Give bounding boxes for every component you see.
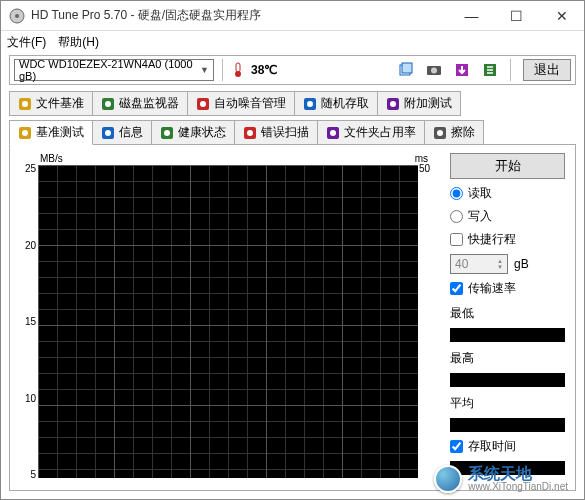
minimize-button[interactable]: — xyxy=(449,1,494,30)
tab-label: 附加测试 xyxy=(404,95,452,112)
svg-point-21 xyxy=(22,130,28,136)
tab-top-1[interactable]: 磁盘监视器 xyxy=(92,91,188,116)
tab-label: 自动噪音管理 xyxy=(214,95,286,112)
tab-bottom-1[interactable]: 信息 xyxy=(92,120,152,145)
close-button[interactable]: ✕ xyxy=(539,1,584,30)
mode-write-radio[interactable]: 写入 xyxy=(450,208,565,225)
access-time-check[interactable]: 存取时间 xyxy=(450,438,565,455)
shortstroke-value-input[interactable]: 40 ▲▼ xyxy=(450,254,508,274)
stat-min-label: 最低 xyxy=(450,305,565,322)
side-panel: 开始 读取 写入 快捷行程 40 ▲▼ gB xyxy=(440,145,575,490)
thermometer-icon xyxy=(231,62,247,78)
tab-top-4[interactable]: 附加测试 xyxy=(377,91,461,116)
start-button[interactable]: 开始 xyxy=(450,153,565,179)
tab-bottom-2[interactable]: 健康状态 xyxy=(151,120,235,145)
tab-bottom-4[interactable]: 文件夹占用率 xyxy=(317,120,425,145)
access-time-label: 存取时间 xyxy=(468,438,516,455)
tabs-row-top: 文件基准磁盘监视器自动噪音管理随机存取附加测试 xyxy=(1,87,584,116)
chart-left-ticks: 252015105 xyxy=(14,163,36,480)
transfer-rate-input[interactable] xyxy=(450,282,463,295)
svg-point-29 xyxy=(330,130,336,136)
tab-icon xyxy=(386,97,400,111)
chart-left-tick: 20 xyxy=(25,240,36,251)
menu-help[interactable]: 帮助(H) xyxy=(58,34,99,51)
tab-icon xyxy=(196,97,210,111)
svg-point-31 xyxy=(437,130,443,136)
tab-icon xyxy=(160,126,174,140)
tab-label: 基准测试 xyxy=(36,124,84,141)
chart-right-tick: 50 xyxy=(419,163,437,174)
stat-max-value xyxy=(450,373,565,387)
shortstroke-value: 40 xyxy=(455,257,468,271)
chart-left-tick: 25 xyxy=(25,163,36,174)
maximize-button[interactable]: ☐ xyxy=(494,1,539,30)
access-time-value xyxy=(450,461,565,475)
chart-right-ticks: 50 xyxy=(419,163,437,480)
app-window: HD Tune Pro 5.70 - 硬盘/固态硬盘实用程序 — ☐ ✕ 文件(… xyxy=(0,0,585,500)
separator xyxy=(510,59,511,81)
tab-top-0[interactable]: 文件基准 xyxy=(9,91,93,116)
transfer-rate-check[interactable]: 传输速率 xyxy=(450,280,565,297)
shortstroke-input[interactable] xyxy=(450,233,463,246)
tab-label: 信息 xyxy=(119,124,143,141)
shortstroke-label: 快捷行程 xyxy=(468,231,516,248)
mode-write-label: 写入 xyxy=(468,208,492,225)
tab-icon xyxy=(243,126,257,140)
chart-left-tick: 15 xyxy=(25,316,36,327)
chart-left-tick: 10 xyxy=(25,393,36,404)
tab-icon xyxy=(18,97,32,111)
save-button[interactable] xyxy=(450,58,474,82)
temperature-value: 38℃ xyxy=(251,63,277,77)
screenshot-button[interactable] xyxy=(422,58,446,82)
svg-point-7 xyxy=(431,68,437,74)
tab-bottom-5[interactable]: 擦除 xyxy=(424,120,484,145)
tab-top-2[interactable]: 自动噪音管理 xyxy=(187,91,295,116)
window-title: HD Tune Pro 5.70 - 硬盘/固态硬盘实用程序 xyxy=(31,7,449,24)
tab-label: 错误扫描 xyxy=(261,124,309,141)
titlebar: HD Tune Pro 5.70 - 硬盘/固态硬盘实用程序 — ☐ ✕ xyxy=(1,1,584,31)
copy-info-button[interactable] xyxy=(394,58,418,82)
svg-point-17 xyxy=(307,101,313,107)
tab-top-3[interactable]: 随机存取 xyxy=(294,91,378,116)
tab-icon xyxy=(101,97,115,111)
svg-point-11 xyxy=(22,101,28,107)
svg-rect-2 xyxy=(236,63,240,72)
tab-label: 磁盘监视器 xyxy=(119,95,179,112)
svg-point-25 xyxy=(164,130,170,136)
tab-label: 文件基准 xyxy=(36,95,84,112)
drive-selector[interactable]: WDC WD10EZEX-21WN4A0 (1000 gB) ▼ xyxy=(14,59,214,81)
tab-label: 文件夹占用率 xyxy=(344,124,416,141)
exit-button[interactable]: 退出 xyxy=(523,59,571,81)
svg-point-15 xyxy=(200,101,206,107)
stat-min-value xyxy=(450,328,565,342)
settings-button[interactable] xyxy=(478,58,502,82)
stat-avg-label: 平均 xyxy=(450,395,565,412)
svg-point-1 xyxy=(15,14,19,18)
shortstroke-unit: gB xyxy=(514,257,529,271)
tab-icon xyxy=(18,126,32,140)
svg-point-27 xyxy=(247,130,253,136)
mode-read-label: 读取 xyxy=(468,185,492,202)
tab-label: 健康状态 xyxy=(178,124,226,141)
tab-bottom-3[interactable]: 错误扫描 xyxy=(234,120,318,145)
mode-read-radio[interactable]: 读取 xyxy=(450,185,565,202)
stat-avg-value xyxy=(450,418,565,432)
svg-point-23 xyxy=(105,130,111,136)
menubar: 文件(F) 帮助(H) xyxy=(1,31,584,53)
mode-read-input[interactable] xyxy=(450,187,463,200)
tab-bottom-0[interactable]: 基准测试 xyxy=(9,120,93,145)
spinner-icon: ▲▼ xyxy=(497,258,503,270)
access-time-input[interactable] xyxy=(450,440,463,453)
shortstroke-row: 40 ▲▼ gB xyxy=(450,254,565,274)
app-icon xyxy=(9,8,25,24)
drive-selector-text: WDC WD10EZEX-21WN4A0 (1000 gB) xyxy=(19,58,200,82)
chart-left-tick: 5 xyxy=(30,469,36,480)
tab-icon xyxy=(326,126,340,140)
tab-label: 随机存取 xyxy=(321,95,369,112)
shortstroke-check[interactable]: 快捷行程 xyxy=(450,231,565,248)
menu-file[interactable]: 文件(F) xyxy=(7,34,46,51)
mode-write-input[interactable] xyxy=(450,210,463,223)
svg-point-19 xyxy=(390,101,396,107)
chart-grid xyxy=(38,165,418,478)
benchmark-chart: MB/s ms 252015105 50 xyxy=(10,145,440,490)
